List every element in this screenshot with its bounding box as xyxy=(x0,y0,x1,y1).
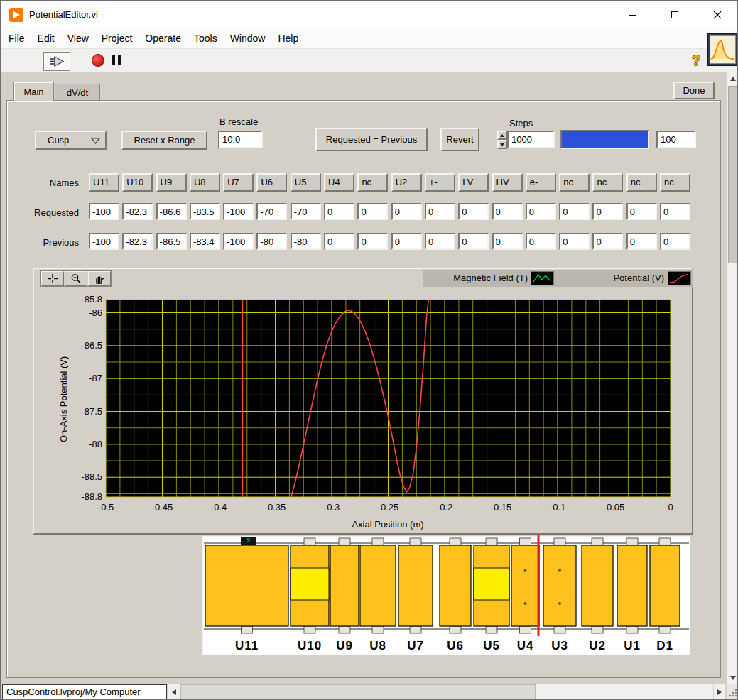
cursor-tool-button[interactable] xyxy=(41,271,64,286)
electrode-label-D1: D1 xyxy=(656,639,673,652)
requested-cell-12[interactable]: 0 xyxy=(492,203,523,220)
zoom-tool-button[interactable] xyxy=(65,271,87,286)
y-axis-label: On-Axis Potential (V) xyxy=(58,324,69,474)
electrode-U6 xyxy=(440,545,471,626)
electrode-label-U1: U1 xyxy=(624,639,641,652)
right-numeric-field[interactable]: 100 xyxy=(656,131,696,148)
vertical-scrollbar-thumb[interactable] xyxy=(728,86,737,263)
done-button[interactable]: Done xyxy=(673,82,715,99)
vi-icon xyxy=(707,33,738,66)
names-cell-1[interactable]: U10 xyxy=(122,173,153,192)
close-button[interactable] xyxy=(696,1,738,29)
menu-item-window[interactable]: Window xyxy=(224,29,272,48)
requested-cell-3[interactable]: -83.5 xyxy=(190,203,220,220)
hscroll-right-button[interactable] xyxy=(714,684,725,699)
maximize-button[interactable] xyxy=(653,1,696,29)
x-tick-label: -0.3 xyxy=(324,502,340,513)
electrode-label-U2: U2 xyxy=(589,639,606,652)
reset-x-range-button[interactable]: Reset x Range xyxy=(121,131,207,150)
requested-cell-15[interactable]: 0 xyxy=(592,203,623,220)
names-cell-13[interactable]: e- xyxy=(526,173,556,192)
requested-cell-9[interactable]: 0 xyxy=(391,203,422,220)
preset-ring-dropdown[interactable]: Cusp xyxy=(35,131,107,150)
requested-cell-4[interactable]: -100 xyxy=(223,203,254,220)
scroll-down-button[interactable] xyxy=(727,672,738,684)
requested-cell-2[interactable]: -86.6 xyxy=(156,203,187,220)
x-axis-label: Axial Position (m) xyxy=(281,519,494,530)
hand-icon xyxy=(94,273,105,284)
requested-cell-17[interactable]: 0 xyxy=(660,203,690,220)
legend-potential-swatch[interactable] xyxy=(668,271,691,285)
steps-decrement-button[interactable] xyxy=(497,140,507,149)
legend-field-swatch[interactable] xyxy=(531,271,554,285)
names-cell-12[interactable]: HV xyxy=(492,173,523,192)
y-tick-label: -88.5 xyxy=(81,471,102,482)
menu-item-help[interactable]: Help xyxy=(271,29,305,48)
run-button[interactable] xyxy=(43,52,70,71)
toolbar: ? xyxy=(1,49,737,72)
revert-button[interactable]: Revert xyxy=(440,128,479,151)
names-cell-14[interactable]: nc xyxy=(559,173,590,192)
names-cell-4[interactable]: U7 xyxy=(223,173,254,192)
requested-cell-6[interactable]: -70 xyxy=(291,203,321,220)
menu-item-tools[interactable]: Tools xyxy=(188,29,224,48)
project-context-box[interactable]: CuspControl.lvproj/My Computer xyxy=(2,684,167,699)
scroll-up-button[interactable] xyxy=(727,72,738,84)
names-cell-2[interactable]: U9 xyxy=(156,173,187,192)
horizontal-scrollbar-thumb[interactable] xyxy=(180,684,536,699)
help-button[interactable]: ? xyxy=(687,50,705,70)
requested-cell-14[interactable]: 0 xyxy=(559,203,590,220)
electrode-label-U7: U7 xyxy=(407,639,424,652)
y-tick-label: -86 xyxy=(89,307,102,318)
names-cell-9[interactable]: U2 xyxy=(391,173,422,192)
title-bar: PotentialEditor.vi xyxy=(1,1,737,29)
tab-dvdt[interactable]: dV/dt xyxy=(55,84,100,100)
requested-cell-11[interactable]: 0 xyxy=(458,203,489,220)
resize-grip[interactable] xyxy=(727,684,738,700)
names-cell-5[interactable]: U6 xyxy=(256,173,287,192)
menu-item-edit[interactable]: Edit xyxy=(31,29,61,48)
names-cell-7[interactable]: U4 xyxy=(324,173,354,192)
menu-item-project[interactable]: Project xyxy=(95,29,139,48)
requested-cell-8[interactable]: 0 xyxy=(357,203,388,220)
pan-tool-button[interactable] xyxy=(88,271,111,286)
menu-item-file[interactable]: File xyxy=(2,29,31,48)
requested-cell-1[interactable]: -82.3 xyxy=(122,203,153,220)
requested-cell-7[interactable]: 0 xyxy=(324,203,354,220)
x-tick-label: -0.1 xyxy=(550,502,565,513)
requested-equals-previous-button[interactable]: Requested = Previous xyxy=(315,128,428,151)
abort-button[interactable] xyxy=(90,53,106,68)
electrode-U2 xyxy=(582,545,613,626)
names-cell-15[interactable]: nc xyxy=(592,173,623,192)
previous-cell-3: -83.4 xyxy=(190,233,220,250)
names-cell-6[interactable]: U5 xyxy=(291,173,321,192)
menu-item-view[interactable]: View xyxy=(61,29,95,48)
minimize-button[interactable] xyxy=(611,1,653,29)
requested-cell-10[interactable]: 0 xyxy=(425,203,455,220)
names-cell-0[interactable]: U11 xyxy=(89,173,119,192)
electrode-label-U11: U11 xyxy=(235,639,259,652)
names-row-label: Names xyxy=(29,177,79,188)
pause-button[interactable] xyxy=(109,53,124,67)
hscroll-left-button[interactable] xyxy=(168,684,180,699)
names-cell-16[interactable]: nc xyxy=(626,173,657,192)
menu-item-operate[interactable]: Operate xyxy=(139,29,188,48)
names-cell-3[interactable]: U8 xyxy=(190,173,220,192)
y-tick-label: -88 xyxy=(89,439,102,449)
dropdown-arrow-icon xyxy=(91,138,100,144)
names-cell-8[interactable]: nc xyxy=(357,173,388,192)
steps-field[interactable]: 1000 xyxy=(507,131,555,148)
requested-row: -100-82.3-86.6-83.5-100-70-7000000000000 xyxy=(89,203,690,220)
steps-increment-button[interactable] xyxy=(497,131,507,140)
names-cell-10[interactable]: +- xyxy=(425,173,455,192)
names-cell-17[interactable]: nc xyxy=(660,173,690,192)
requested-cell-0[interactable]: -100 xyxy=(89,203,119,220)
steps-progress-bar[interactable] xyxy=(560,130,649,149)
tab-main[interactable]: Main xyxy=(13,82,54,101)
b-rescale-field[interactable]: 10.0 xyxy=(218,131,263,148)
names-cell-11[interactable]: LV xyxy=(458,173,489,192)
requested-cell-5[interactable]: -70 xyxy=(256,203,287,220)
requested-cell-16[interactable]: 0 xyxy=(626,203,657,220)
requested-cell-13[interactable]: 0 xyxy=(526,203,556,220)
potential-graph-plot[interactable]: -85.8-86-86.5-87-87.5-88-88.5-88.8-0.5-0… xyxy=(70,295,678,517)
